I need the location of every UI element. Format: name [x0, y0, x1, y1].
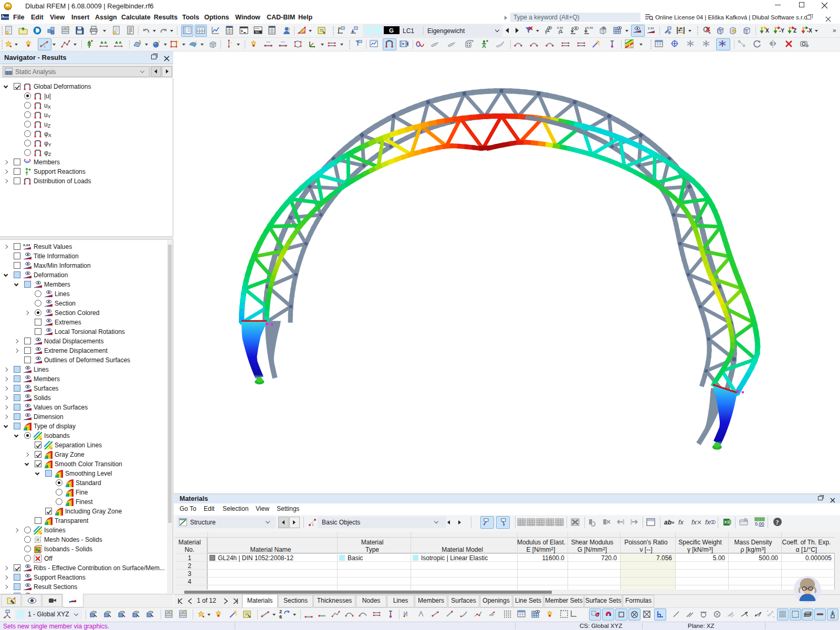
- svg-text:?: ?: [776, 519, 779, 526]
- svg-text:X: X: [724, 520, 727, 524]
- svg-text:0.00: 0.00: [755, 521, 764, 527]
- svg-text:x.xx: x.xx: [23, 243, 30, 247]
- svg-text:x.xx: x.xx: [648, 26, 654, 30]
- svg-text:I: I: [312, 523, 313, 527]
- svg-text:SC: SC: [255, 30, 260, 34]
- svg-text:x.xx: x.xx: [587, 26, 593, 29]
- svg-text:I: I: [44, 45, 45, 48]
- svg-text:x.xx: x.xx: [557, 26, 563, 29]
